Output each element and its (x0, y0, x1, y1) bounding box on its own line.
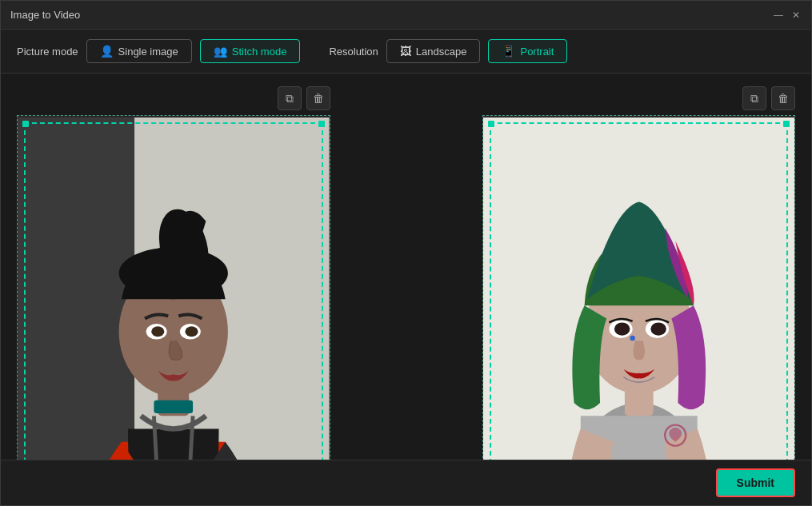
image-panel-1: ⧉ 🗑 (17, 86, 330, 447)
image-panel-2: ⧉ 🗑 (482, 86, 796, 447)
panel-2-image-area[interactable] (482, 115, 796, 460)
panel-1-image-container (17, 115, 330, 460)
window-title: Image to Video (10, 9, 80, 21)
title-bar: Image to Video — ✕ (1, 1, 811, 30)
close-button[interactable]: ✕ (790, 10, 802, 21)
window-controls: — ✕ (773, 10, 802, 21)
stitch-mode-button[interactable]: 👥 Stitch mode (200, 39, 301, 63)
picture-mode-label: Picture mode (17, 46, 78, 58)
panel-1-copy-button[interactable]: ⧉ (278, 86, 302, 110)
stitch-mode-label: Stitch mode (232, 46, 287, 58)
landscape-label: Landscape (416, 46, 467, 58)
portrait-button[interactable]: 📱 Portrait (488, 39, 567, 63)
portrait-icon: 📱 (502, 45, 515, 58)
svg-point-13 (151, 326, 164, 337)
character-2-svg (483, 116, 795, 460)
svg-point-23 (614, 322, 629, 335)
delete-icon: 🗑 (313, 92, 324, 105)
portrait-label: Portrait (520, 46, 554, 58)
panel-1-actions: ⧉ 🗑 (278, 86, 330, 110)
character-1-svg (18, 116, 330, 460)
panel-2-copy-button[interactable]: ⧉ (742, 86, 766, 110)
main-window: Image to Video — ✕ Picture mode 👤 Single… (0, 0, 812, 506)
delete-icon-2: 🗑 (778, 92, 789, 105)
single-image-icon: 👤 (100, 45, 114, 58)
toolbar: Picture mode 👤 Single image 👥 Stitch mod… (1, 30, 811, 74)
panel-2-delete-button[interactable]: 🗑 (771, 86, 795, 110)
landscape-icon: 🖼 (400, 45, 411, 58)
svg-point-14 (185, 326, 198, 337)
resolution-label: Resolution (329, 46, 378, 58)
panels-wrapper: ⧉ 🗑 (17, 86, 795, 447)
submit-button[interactable]: Submit (716, 468, 795, 497)
picture-mode-section: Picture mode 👤 Single image 👥 Stitch mod… (17, 39, 300, 63)
landscape-button[interactable]: 🖼 Landscape (386, 39, 481, 63)
svg-rect-7 (154, 400, 193, 413)
stitch-mode-icon: 👥 (214, 45, 227, 58)
content-area: ⧉ 🗑 (1, 74, 811, 460)
minimize-button[interactable]: — (773, 10, 784, 21)
svg-point-24 (650, 322, 666, 335)
single-image-label: Single image (118, 46, 178, 58)
single-image-button[interactable]: 👤 Single image (86, 39, 192, 63)
panel-2-actions: ⧉ 🗑 (742, 86, 795, 110)
panel-2-image-container (482, 115, 796, 460)
panel-spacer (354, 86, 458, 447)
copy-icon: ⧉ (286, 92, 294, 106)
svg-point-25 (630, 336, 634, 341)
footer: Submit (1, 460, 811, 505)
svg-rect-1 (18, 118, 134, 460)
copy-icon-2: ⧉ (750, 92, 758, 106)
resolution-section: Resolution 🖼 Landscape 📱 Portrait (329, 39, 567, 63)
panel-1-image-area[interactable] (17, 115, 330, 460)
panel-1-delete-button[interactable]: 🗑 (306, 86, 330, 110)
